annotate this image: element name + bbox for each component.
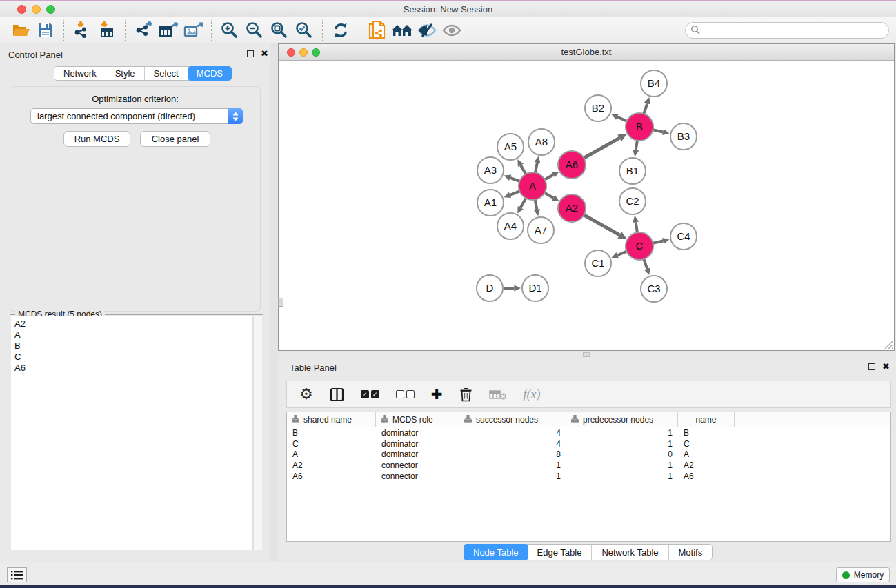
table-row[interactable]: A2connector11A2 [287,460,890,471]
trash-icon[interactable] [459,387,472,402]
graph-node-A6[interactable]: A6 [558,151,586,179]
graph-node-A2[interactable]: A2 [558,194,586,222]
cell-name[interactable]: A6 [678,472,735,481]
column-header-name[interactable]: name [678,412,735,427]
mcds-result-item[interactable]: A6 [14,363,252,374]
eye-icon[interactable] [439,19,464,42]
cell-mcds-role[interactable]: connector [376,460,459,470]
zoom-in-icon[interactable] [217,19,242,42]
tab-style[interactable]: Style [106,67,145,80]
search-input[interactable] [704,23,888,37]
window-edge-grip[interactable] [278,298,283,307]
tab-select[interactable]: Select [145,67,188,80]
table-row[interactable]: Bdominator41B [287,427,890,438]
tab-mcds[interactable]: MCDS [188,66,232,81]
split-column-icon[interactable] [330,387,344,402]
cell-mcds-role[interactable]: connector [376,472,459,481]
graph-node-B3[interactable]: B3 [670,123,697,150]
gear-icon[interactable]: ⚙ [299,387,313,401]
close-panel-icon[interactable]: ✖ [261,50,268,57]
cell-name[interactable]: A2 [678,460,735,470]
cell-successor-nodes[interactable]: 8 [459,449,566,459]
cell-shared-name[interactable]: A6 [287,472,376,481]
close-panel-button[interactable]: Close panel [140,131,210,147]
cell-successor-nodes[interactable]: 1 [459,460,566,470]
table-row[interactable]: A6connector11A6 [287,471,890,482]
search-box[interactable] [685,22,889,39]
import-network-icon[interactable] [70,19,94,42]
save-icon[interactable] [33,19,58,42]
graph-node-B1[interactable]: B1 [619,158,646,184]
cell-shared-name[interactable]: A [287,449,376,459]
column-header-successor-nodes[interactable]: successor nodes [459,412,566,427]
float-panel-icon[interactable] [247,50,254,57]
graph-node-D1[interactable]: D1 [522,275,548,301]
cell-shared-name[interactable]: A2 [287,460,376,470]
refresh-icon[interactable] [328,19,353,42]
mcds-result-list[interactable]: A2ABCA6 [11,316,253,550]
table-row[interactable]: Adominator80A [287,449,890,460]
tab-network[interactable]: Network [54,67,106,80]
run-mcds-button[interactable]: Run MCDS [63,131,130,147]
cell-successor-nodes[interactable]: 4 [459,439,566,449]
cell-shared-name[interactable]: C [287,439,376,449]
column-header-predecessor-nodes[interactable]: predecessor nodes [566,412,678,427]
graph-node-C4[interactable]: C4 [670,223,697,250]
zoom-fit-icon[interactable] [267,19,292,42]
zoom-selected-icon[interactable] [292,19,317,42]
mcds-result-item[interactable]: A [14,330,252,341]
table-tab-node-table[interactable]: Node Table [464,544,528,560]
close-table-panel-icon[interactable]: ✖ [882,363,890,370]
zoom-out-icon[interactable] [242,19,267,42]
graph-node-A8[interactable]: A8 [528,129,555,155]
cell-successor-nodes[interactable]: 1 [459,472,566,481]
float-table-panel-icon[interactable] [868,363,875,370]
cell-name[interactable]: C [678,439,735,449]
cell-mcds-role[interactable]: dominator [376,428,459,438]
cell-successor-nodes[interactable]: 4 [459,428,566,438]
graph-node-B4[interactable]: B4 [641,70,667,97]
graph-node-B2[interactable]: B2 [585,95,611,121]
task-list-button[interactable] [7,567,27,582]
memory-button[interactable]: Memory [836,567,890,582]
graph-node-A3[interactable]: A3 [477,157,504,183]
graph-node-A7[interactable]: A7 [528,217,554,243]
export-network-icon[interactable] [131,19,156,42]
cell-predecessor-nodes[interactable]: 1 [566,428,678,438]
graph-node-A4[interactable]: A4 [497,213,524,239]
mcds-list-scrollbar[interactable] [253,316,262,550]
splitter-grip[interactable] [583,352,590,357]
cell-predecessor-nodes[interactable]: 1 [566,460,678,470]
open-folder-icon[interactable] [8,19,33,42]
export-table-icon[interactable] [156,19,181,42]
mcds-result-item[interactable]: C [14,352,252,363]
add-icon[interactable]: ✚ [431,386,443,403]
select-all-icon[interactable]: ✓✓ [361,390,379,398]
graph-node-A[interactable]: A [519,172,546,200]
criterion-dropdown[interactable]: largest connected component (directed) [30,108,243,124]
table-tab-edge-table[interactable]: Edge Table [528,545,593,560]
cell-name[interactable]: B [678,428,735,438]
column-header-shared-name[interactable]: shared name [287,412,376,427]
cell-mcds-role[interactable]: dominator [376,439,459,449]
panel-divider[interactable] [270,43,278,562]
cell-mcds-role[interactable]: dominator [376,449,459,459]
mcds-result-item[interactable]: A2 [14,318,252,330]
graph-node-D[interactable]: D [477,275,503,301]
cell-predecessor-nodes[interactable]: 0 [566,449,678,459]
resize-grip-icon[interactable] [882,338,893,349]
cell-shared-name[interactable]: B [287,428,376,438]
hide-eye-icon[interactable] [415,19,439,42]
import-table-icon[interactable] [94,19,119,42]
table-tab-network-table[interactable]: Network Table [592,545,668,560]
home-icon[interactable] [390,19,415,42]
mcds-result-item[interactable]: B [14,341,252,352]
cell-predecessor-nodes[interactable]: 1 [566,439,678,449]
table-row[interactable]: Cdominator41C [287,438,890,449]
graph-node-C2[interactable]: C2 [619,188,646,214]
cell-name[interactable]: A [678,449,735,459]
graph-node-C1[interactable]: C1 [585,250,611,276]
network-window-titlebar[interactable]: testGlobe.txt [279,44,894,61]
graph-node-A5[interactable]: A5 [497,134,524,160]
export-image-icon[interactable] [181,19,206,42]
